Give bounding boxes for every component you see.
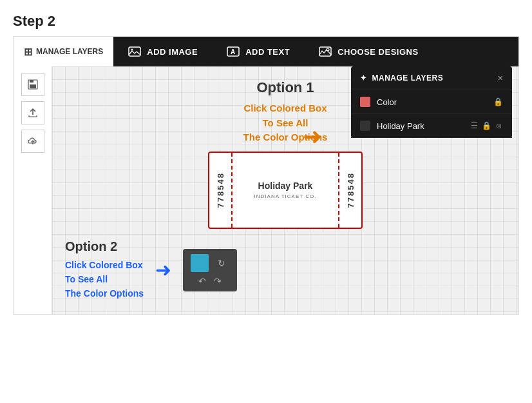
choose-designs-icon bbox=[318, 44, 332, 59]
page-title: Step 2 bbox=[0, 0, 532, 36]
list-icon: ☰ bbox=[471, 121, 478, 130]
layers-panel-title: ✦ MANAGE LAYERS bbox=[360, 74, 443, 83]
ticket-stub-left: 778548 bbox=[209, 153, 233, 228]
svg-rect-8 bbox=[30, 84, 36, 88]
refresh-button[interactable]: ↻ bbox=[214, 255, 229, 271]
manage-layers-btn[interactable]: ⊞ MANAGE LAYERS bbox=[14, 37, 113, 66]
add-text-button[interactable]: A ADD TEXT bbox=[212, 37, 304, 66]
main-container: ⊞ MANAGE LAYERS ADD IMAGE A bbox=[13, 36, 519, 315]
lock-icon: 🔒 bbox=[493, 97, 503, 106]
ticket-stub-right: 778548 bbox=[338, 153, 361, 228]
save-button[interactable] bbox=[21, 73, 44, 96]
option2-label: Option 2 bbox=[65, 239, 144, 254]
add-image-button[interactable]: ADD IMAGE bbox=[113, 37, 212, 66]
color-toolbar-row: ↻ bbox=[191, 254, 229, 272]
ticket-main-content: Holiday Park INDIANA TICKET CO. bbox=[235, 181, 336, 199]
upload-button[interactable] bbox=[21, 101, 44, 124]
layer-item-holiday[interactable]: Holiday Park ☰ 🔒 ⦻ bbox=[351, 114, 512, 138]
layer-color-swatch bbox=[360, 97, 370, 107]
svg-rect-7 bbox=[30, 80, 33, 83]
layers-icon: ⊞ bbox=[24, 46, 32, 58]
choose-designs-label: CHOOSE DESIGNS bbox=[337, 47, 418, 57]
arrow-option1: ➜ bbox=[303, 123, 322, 150]
ticket-wrapper: 778548 Holiday Park INDIANA TICKET CO. 7… bbox=[65, 152, 506, 229]
add-text-label: ADD TEXT bbox=[245, 47, 290, 57]
toolbar: ⊞ MANAGE LAYERS ADD IMAGE A bbox=[14, 37, 518, 66]
add-text-icon: A bbox=[226, 44, 240, 59]
arrow-option2: ➜ bbox=[155, 259, 171, 281]
svg-point-1 bbox=[131, 49, 133, 51]
svg-text:A: A bbox=[231, 48, 236, 55]
ticket-title: Holiday Park bbox=[235, 181, 336, 191]
ticket-number-right: 778548 bbox=[346, 172, 356, 208]
layer-holiday-name: Holiday Park bbox=[377, 121, 464, 131]
layer-color-icons: 🔒 bbox=[493, 97, 503, 106]
layers-panel: ✦ MANAGE LAYERS × Color 🔒 Holiday Park ☰… bbox=[351, 66, 512, 138]
layer-item-color[interactable]: Color 🔒 bbox=[351, 90, 512, 114]
ticket: 778548 Holiday Park INDIANA TICKET CO. 7… bbox=[208, 152, 363, 229]
redo-button[interactable]: ↷ bbox=[214, 276, 222, 286]
close-icon: ⦻ bbox=[495, 121, 503, 130]
color-toolbar-undo-row: ↶ ↷ bbox=[198, 276, 222, 286]
option2-section: Option 2 Click Colored Box To See All Th… bbox=[65, 239, 506, 301]
option2-description: Click Colored Box To See All The Color O… bbox=[65, 258, 144, 301]
add-image-label: ADD IMAGE bbox=[147, 47, 198, 57]
lock-icon-2: 🔒 bbox=[482, 121, 491, 130]
svg-rect-0 bbox=[129, 47, 140, 56]
layer-holiday-icons: ☰ 🔒 ⦻ bbox=[471, 121, 503, 130]
left-sidebar bbox=[14, 66, 52, 314]
toolbar-actions: ADD IMAGE A ADD TEXT bbox=[113, 37, 518, 66]
layer-color-name: Color bbox=[377, 97, 487, 107]
color-toolbar: ↻ ↶ ↷ bbox=[183, 249, 237, 291]
layer-holiday-swatch bbox=[360, 121, 370, 131]
layers-panel-header: ✦ MANAGE LAYERS × bbox=[351, 66, 512, 90]
layers-panel-icon: ✦ bbox=[360, 74, 367, 83]
color-swatch[interactable] bbox=[191, 254, 209, 272]
add-image-icon bbox=[128, 44, 142, 59]
content-area: Option 1 Click Colored Box To See All Th… bbox=[14, 66, 518, 314]
choose-designs-button[interactable]: CHOOSE DESIGNS bbox=[304, 37, 432, 66]
undo-button[interactable]: ↶ bbox=[198, 276, 206, 286]
manage-layers-label: MANAGE LAYERS bbox=[36, 47, 103, 56]
layers-panel-close-button[interactable]: × bbox=[498, 73, 503, 83]
ticket-number-left: 778548 bbox=[216, 172, 225, 208]
ticket-footer: INDIANA TICKET CO. bbox=[235, 193, 336, 199]
layers-panel-title-text: MANAGE LAYERS bbox=[372, 74, 444, 83]
cloud-button[interactable] bbox=[21, 130, 44, 153]
